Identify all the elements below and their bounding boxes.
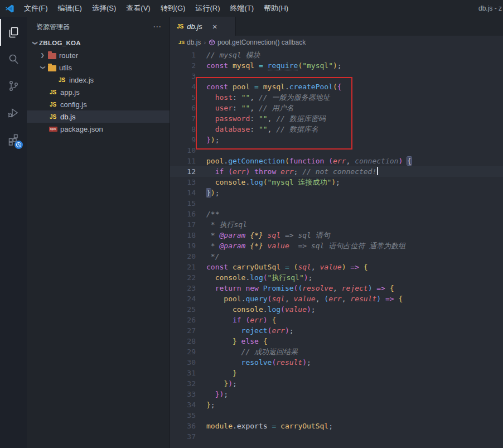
- code-line[interactable]: 18 * @param {*} sql => sql 语句: [170, 230, 503, 240]
- tree-item-db-js[interactable]: JSdb.js: [27, 110, 170, 123]
- code-line[interactable]: 2const mysql = require("mysql");: [170, 60, 503, 71]
- line-number[interactable]: 19: [170, 240, 196, 251]
- code-line[interactable]: 29 // 成功返回结果: [170, 346, 503, 357]
- menu-item[interactable]: 转到(G): [156, 0, 191, 17]
- line-number[interactable]: 1: [170, 50, 196, 60]
- line-number[interactable]: 11: [170, 156, 196, 166]
- tree-item-config-js[interactable]: JSconfig.js: [27, 98, 170, 110]
- line-number[interactable]: 27: [170, 325, 196, 336]
- more-actions-icon[interactable]: ⋯: [153, 22, 162, 32]
- line-number[interactable]: 5: [170, 92, 196, 103]
- code-line[interactable]: 33 });: [170, 389, 503, 399]
- line-number[interactable]: 23: [170, 283, 196, 293]
- code-line[interactable]: 22 console.log("执行sql");: [170, 272, 503, 283]
- menu-item[interactable]: 运行(R): [190, 0, 225, 17]
- menu-item[interactable]: 查看(V): [121, 0, 155, 17]
- line-number[interactable]: 35: [170, 410, 196, 421]
- code-line[interactable]: 28 } else {: [170, 336, 503, 346]
- code-line[interactable]: 23 return new Promise((resolve, reject) …: [170, 283, 503, 293]
- tree-item-utils[interactable]: ❮utils: [27, 61, 170, 74]
- line-number[interactable]: 7: [170, 113, 196, 124]
- line-number[interactable]: 9: [170, 134, 196, 145]
- code-line[interactable]: 21const carryOutSql = (sql, value) => {: [170, 262, 503, 272]
- code-line[interactable]: 32 });: [170, 378, 503, 389]
- line-number[interactable]: 14: [170, 187, 196, 198]
- code-line[interactable]: 17 * 执行sql: [170, 219, 503, 230]
- search-icon[interactable]: [0, 46, 27, 73]
- line-number[interactable]: 30: [170, 357, 196, 368]
- code-line[interactable]: 14});: [170, 187, 503, 198]
- code-line[interactable]: 24 pool.query(sql, value, (err, result) …: [170, 293, 503, 304]
- explorer-icon[interactable]: [0, 19, 27, 46]
- line-number[interactable]: 6: [170, 103, 196, 113]
- line-number[interactable]: 34: [170, 399, 196, 410]
- tree-item-index-js[interactable]: JSindex.js: [27, 74, 170, 86]
- extensions-icon[interactable]: [0, 126, 27, 153]
- line-number[interactable]: 12: [170, 166, 196, 177]
- code-line[interactable]: 26 if (err) {: [170, 315, 503, 325]
- line-number[interactable]: 18: [170, 230, 196, 240]
- code-line[interactable]: 36module.exports = carryOutSql;: [170, 421, 503, 431]
- code-line[interactable]: 16/**: [170, 209, 503, 219]
- tree-item-root[interactable]: ❮ZBLOG_KOA: [27, 37, 170, 49]
- line-number[interactable]: 8: [170, 124, 196, 134]
- line-number[interactable]: 2: [170, 60, 196, 71]
- code-line[interactable]: 6 user: "", // 用户名: [170, 103, 503, 113]
- code-line[interactable]: 31 }: [170, 368, 503, 378]
- code-line[interactable]: 15: [170, 198, 503, 209]
- line-number[interactable]: 10: [170, 145, 196, 156]
- code-line[interactable]: 5 host: "", // 一般为服务器地址: [170, 92, 503, 103]
- line-number[interactable]: 15: [170, 198, 196, 209]
- line-number[interactable]: 3: [170, 71, 196, 81]
- line-number[interactable]: 4: [170, 81, 196, 92]
- code-line[interactable]: 12 if (err) throw err; // not connected!: [170, 166, 503, 177]
- menu-item[interactable]: 终端(T): [225, 0, 259, 17]
- code-line[interactable]: 27 reject(err);: [170, 325, 503, 336]
- tree-item-app-js[interactable]: JSapp.js: [27, 86, 170, 98]
- line-number[interactable]: 13: [170, 177, 196, 187]
- code-line[interactable]: 20 */: [170, 251, 503, 262]
- code-line[interactable]: 19 * @param {*} value => sql 语句占位符 通常为数组: [170, 240, 503, 251]
- code-line[interactable]: 8 database: "", // 数据库名: [170, 124, 503, 134]
- code-line[interactable]: 4const pool = mysql.createPool({: [170, 81, 503, 92]
- code-line[interactable]: 1// mysql 模块: [170, 50, 503, 60]
- tree-item-package-json[interactable]: npmpackage.json: [27, 123, 170, 135]
- code-line[interactable]: 13 console.log("mysql 连接成功");: [170, 177, 503, 187]
- menu-item[interactable]: 编辑(E): [53, 0, 87, 17]
- menu-item[interactable]: 文件(F): [19, 0, 53, 17]
- breadcrumb-symbol[interactable]: pool.getConnection() callback: [209, 38, 306, 46]
- line-number[interactable]: 29: [170, 346, 196, 357]
- line-number[interactable]: 26: [170, 315, 196, 325]
- line-number[interactable]: 36: [170, 421, 196, 431]
- line-number[interactable]: 24: [170, 293, 196, 304]
- line-number[interactable]: 32: [170, 378, 196, 389]
- line-number[interactable]: 28: [170, 336, 196, 346]
- menu-item[interactable]: 帮助(H): [259, 0, 293, 17]
- line-number[interactable]: 16: [170, 209, 196, 219]
- code-editor[interactable]: 1// mysql 模块2const mysql = require("mysq…: [170, 49, 503, 448]
- run-debug-icon[interactable]: [0, 99, 27, 126]
- code-line[interactable]: 3: [170, 71, 503, 81]
- line-number[interactable]: 22: [170, 272, 196, 283]
- code-line[interactable]: 10: [170, 145, 503, 156]
- code-line[interactable]: 34};: [170, 399, 503, 410]
- line-number[interactable]: 20: [170, 251, 196, 262]
- tab-db-js[interactable]: JS db.js ×: [170, 17, 236, 36]
- code-line[interactable]: 35: [170, 410, 503, 421]
- menu-item[interactable]: 选择(S): [87, 0, 121, 17]
- close-icon[interactable]: ×: [212, 22, 217, 31]
- code-line[interactable]: 25 console.log(value);: [170, 304, 503, 315]
- line-number[interactable]: 25: [170, 304, 196, 315]
- line-number[interactable]: 37: [170, 431, 196, 442]
- source-control-icon[interactable]: [0, 73, 27, 99]
- line-number[interactable]: 33: [170, 389, 196, 399]
- line-number[interactable]: 31: [170, 368, 196, 378]
- tree-item-router[interactable]: ❯router: [27, 49, 170, 61]
- breadcrumb-file[interactable]: JS db.js: [178, 38, 201, 46]
- code-line[interactable]: 11pool.getConnection(function (err, conn…: [170, 156, 503, 166]
- code-line[interactable]: 9});: [170, 134, 503, 145]
- line-number[interactable]: 17: [170, 219, 196, 230]
- line-number[interactable]: 21: [170, 262, 196, 272]
- code-line[interactable]: 30 resolve(result);: [170, 357, 503, 368]
- code-line[interactable]: 37: [170, 431, 503, 442]
